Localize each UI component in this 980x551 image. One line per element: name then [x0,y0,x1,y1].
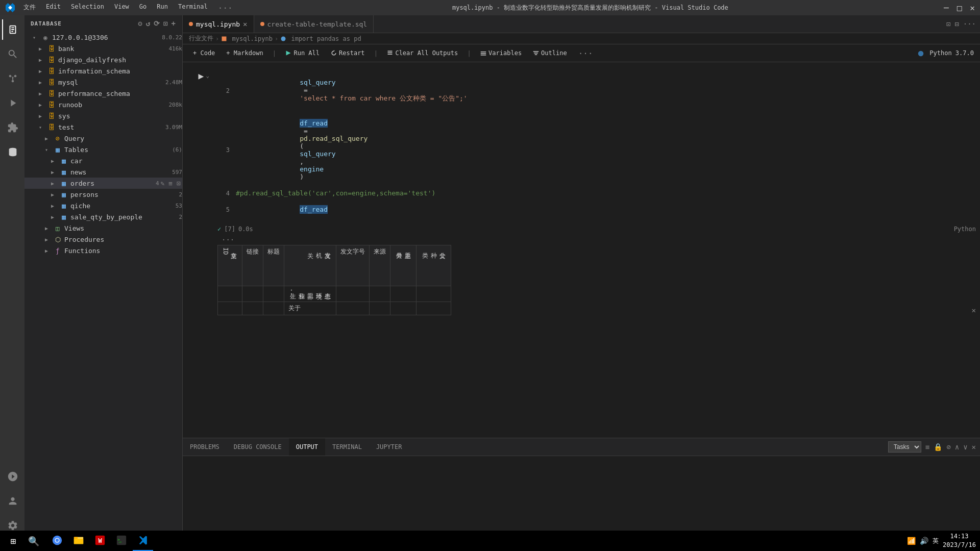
test-functions[interactable]: ▶ ƒ Functions [24,245,182,256]
test-procedures[interactable]: ▶ ⬡ Procedures [24,234,182,245]
menu-view[interactable]: View [110,2,133,14]
tab-close-mysql[interactable]: ✕ [243,20,247,28]
tab-sql-template[interactable]: create-table-template.sql [254,15,374,33]
panel-down-icon[interactable]: ∨ [963,443,967,451]
activity-explorer[interactable] [2,19,22,40]
panel-format-icon[interactable]: ≡ [925,443,929,451]
menu-run[interactable]: Run [153,2,172,14]
search-button[interactable]: 🔍 [24,532,43,550]
test-views[interactable]: ▶ ◫ Views [24,222,182,234]
db-bank[interactable]: ▶ 🗄 bank 416k [24,43,182,54]
connection-item[interactable]: ▾ ◉ 127.0.0.1@3306 8.0.22 [24,32,182,43]
minimize-button[interactable]: ─ [944,3,949,13]
copy-icon[interactable]: ⊡ [175,179,182,188]
activity-extensions[interactable] [2,117,22,138]
maximize-button[interactable]: □ [957,3,962,13]
tab-mysql-ipynb[interactable]: mysql.ipynb ✕ [183,15,254,33]
db-test[interactable]: ▾ 🗄 test 3.09M [24,121,182,133]
menu-selection[interactable]: Selection [67,2,108,14]
panel-close-icon[interactable]: ✕ [972,443,976,451]
breadcrumb-part2[interactable]: mysql.ipynb [221,35,273,42]
menu-more[interactable]: ··· [214,2,237,14]
taskbar-app-browser[interactable] [47,531,67,551]
tasks-select[interactable]: Tasks [888,441,921,453]
settings-icon[interactable]: ⚙ [138,19,142,28]
code-area[interactable]: 2 sql_query = 'select * from car where 公… [213,68,980,223]
add-code-button[interactable]: + Code [189,48,219,58]
tab-jupyter[interactable]: JUPYTER [369,438,409,456]
breadcrumb-part3[interactable]: import pandas as pd [280,35,361,42]
activity-remote[interactable] [2,466,22,487]
run-cell-button[interactable]: ▶ [199,70,204,81]
menu-edit[interactable]: Edit [42,2,65,14]
tab-problems[interactable]: PROBLEMS [183,438,227,456]
breadcrumb-part1[interactable]: 行业文件 [189,34,213,43]
clear-outputs-button[interactable]: Clear All Outputs [383,48,462,58]
activity-search[interactable] [2,44,22,64]
restart-button[interactable]: Restart [327,48,369,58]
table-sale-qty[interactable]: ▶ ▦ sale_qty_by_people 2 [24,211,182,222]
bank-size: 416k [169,45,183,52]
taskbar-lang[interactable]: 英 [933,537,939,545]
svg-text:W: W [98,537,102,544]
more-button[interactable]: ··· [574,47,597,60]
variables-button[interactable]: Variables [476,48,526,58]
close-button[interactable]: ✕ [970,3,975,13]
menu-file[interactable]: 文件 [19,2,40,14]
table-orders[interactable]: ▶ ▦ orders 4 ✎ ≡ ⊡ [24,178,182,189]
split-icon[interactable]: ⊡ [163,19,168,28]
run-all-button[interactable]: Run All [281,48,324,58]
taskbar-clock[interactable]: 14:13 2023/7/16 [943,532,976,549]
output-collapse[interactable]: ··· [217,235,976,245]
tab-debug-console[interactable]: DEBUG CONSOLE [227,438,289,456]
split-editor-icon[interactable]: ⊟ [954,20,959,28]
kernel-language[interactable]: Python 3.7.0 [918,49,974,57]
cell-collapse[interactable]: ⌄ [206,72,209,79]
edit-icon[interactable]: ✎ [159,179,166,188]
cell2-topic [390,302,416,315]
activity-source-control[interactable] [2,68,22,89]
activity-run-debug[interactable] [2,93,22,113]
test-query[interactable]: ▶ ⊘ Query [24,133,182,144]
db-django[interactable]: ▶ 🗄 django_dailyfresh [24,54,182,65]
table-news[interactable]: ▶ ▦ news 597 [24,166,182,178]
activity-accounts[interactable] [2,491,22,511]
db-perf-schema[interactable]: ▶ 🗄 performance_schema [24,88,182,99]
panel-clear-icon[interactable]: ⊘ [946,443,950,451]
sale-qty-count: 2 [179,214,182,220]
taskbar-app-vscode[interactable] [133,531,153,551]
sidebar-header-actions: ⚙ ↺ ⟳ ⊡ + [138,19,176,28]
outline-button[interactable]: Outline [529,48,571,58]
output-close-icon[interactable]: ✕ [972,306,976,314]
add-markdown-button[interactable]: + Markdown [222,48,267,58]
start-button[interactable]: ⊞ [4,532,22,550]
taskbar-app-explorer[interactable] [68,531,89,551]
layout-icon[interactable]: ⊡ [946,20,950,28]
add-connection-icon[interactable]: + [172,19,176,28]
test-tables[interactable]: ▾ ▦ Tables (6) [24,144,182,155]
menu-go[interactable]: Go [135,2,151,14]
table-car[interactable]: ▶ ▦ car [24,155,182,166]
more-actions-icon[interactable]: ··· [963,20,976,28]
db-runoob[interactable]: ▶ 🗄 runoob 208k [24,99,182,110]
panel-lock-icon[interactable]: 🔒 [934,443,942,451]
panel-up-icon[interactable]: ∧ [955,443,959,451]
table-persons[interactable]: ▶ ▦ persons 2 [24,189,182,200]
db-info-schema[interactable]: ▶ 🗄 information_schema [24,65,182,77]
db-sys[interactable]: ▶ 🗄 sys [24,110,182,121]
taskbar-app-wps[interactable]: W [90,531,110,551]
menu-terminal[interactable]: Terminal [174,2,212,14]
connection-arrow: ▾ [33,35,41,40]
list-icon[interactable]: ≡ [167,179,174,188]
db-mysql[interactable]: ▶ 🗄 mysql 2.48M [24,77,182,88]
table-qiche[interactable]: ▶ ▦ qiche 53 ✎ ≡ ⊡ [24,200,182,211]
cell2-org: 关于 [284,302,336,315]
refresh2-icon[interactable]: ⟳ [154,19,160,28]
editor-area: mysql.ipynb ✕ create-table-template.sql … [183,15,980,540]
tab-output[interactable]: OUTPUT [289,438,325,456]
taskbar-app-terminal[interactable]: _ >_ [111,531,132,551]
refresh-icon[interactable]: ↺ [146,19,151,28]
tab-terminal[interactable]: TERMINAL [325,438,369,456]
activity-database[interactable] [2,142,22,162]
perf-label: performance_schema [58,90,182,97]
